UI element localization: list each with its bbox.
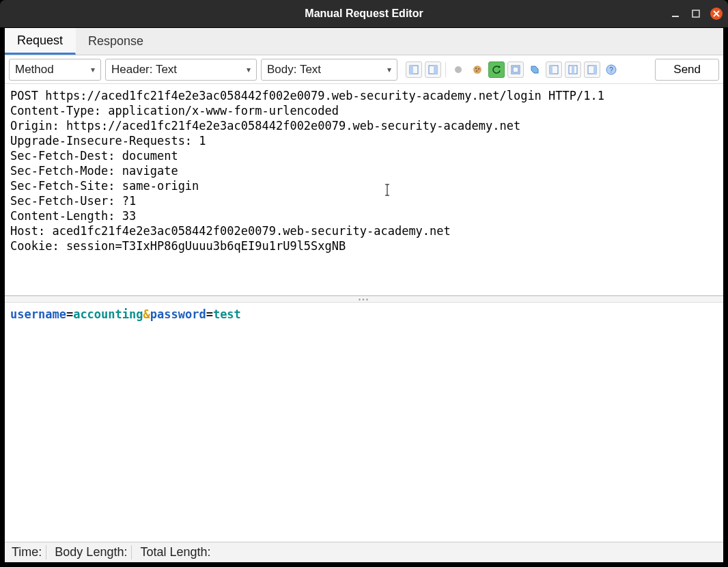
- frame-icon[interactable]: [507, 61, 524, 78]
- content-area: Request Response Method ▾ Header: Text ▾…: [4, 27, 724, 563]
- svg-rect-5: [410, 66, 413, 74]
- replay-icon[interactable]: [488, 61, 505, 78]
- chevron-down-icon: ▾: [91, 65, 95, 74]
- chevron-down-icon: ▾: [247, 65, 251, 74]
- body-view-label: Body: Text: [267, 63, 321, 77]
- help-icon[interactable]: ?: [603, 61, 619, 78]
- svg-point-8: [455, 66, 462, 73]
- panel-left-icon[interactable]: [546, 61, 562, 78]
- maximize-button[interactable]: [690, 8, 702, 20]
- svg-point-10: [475, 68, 477, 69]
- toolbar-icons: ?: [406, 61, 619, 78]
- grip-icon: •••: [359, 296, 370, 303]
- svg-point-12: [476, 70, 477, 72]
- status-bar: Time: Body Length: Total Length:: [5, 542, 723, 562]
- splitter-handle[interactable]: •••: [5, 296, 723, 303]
- status-time: Time:: [8, 545, 46, 559]
- window: Manual Request Editor Request Response M…: [0, 0, 728, 567]
- status-body-length: Body Length:: [51, 545, 132, 559]
- svg-rect-1: [692, 10, 699, 17]
- method-dropdown[interactable]: Method ▾: [9, 59, 101, 81]
- titlebar: Manual Request Editor: [0, 0, 728, 27]
- send-button[interactable]: Send: [655, 59, 719, 81]
- cookie-icon[interactable]: [469, 61, 486, 78]
- tab-response[interactable]: Response: [76, 28, 156, 55]
- close-button[interactable]: [710, 8, 723, 20]
- separator: [445, 62, 446, 77]
- minimize-button[interactable]: [669, 8, 682, 20]
- request-headers-editor[interactable]: POST https://aced1fc21f4e2e3ac058442f002…: [5, 84, 723, 296]
- svg-rect-16: [550, 66, 552, 74]
- panel-right-icon[interactable]: [584, 61, 600, 78]
- svg-rect-20: [593, 66, 596, 74]
- header-view-dropdown[interactable]: Header: Text ▾: [105, 59, 257, 81]
- svg-rect-18: [572, 66, 574, 74]
- method-dropdown-label: Method: [15, 63, 54, 77]
- tab-bar: Request Response: [5, 28, 723, 55]
- view-split-right-icon[interactable]: [425, 61, 441, 78]
- tab-request[interactable]: Request: [5, 28, 76, 55]
- svg-point-11: [478, 68, 479, 70]
- svg-rect-14: [513, 67, 518, 72]
- request-body-editor[interactable]: username=accounting&password=test: [5, 303, 723, 542]
- window-title: Manual Request Editor: [305, 8, 423, 20]
- record-off-icon[interactable]: [450, 61, 466, 78]
- panel-mid-icon[interactable]: [565, 61, 581, 78]
- svg-point-9: [473, 66, 481, 74]
- tag-icon[interactable]: [527, 61, 543, 78]
- header-view-label: Header: Text: [111, 63, 177, 77]
- svg-rect-7: [434, 66, 437, 74]
- body-view-dropdown[interactable]: Body: Text ▾: [261, 59, 397, 81]
- toolbar: Method ▾ Header: Text ▾ Body: Text ▾: [5, 55, 723, 84]
- status-total-length: Total Length:: [136, 545, 214, 559]
- svg-text:?: ?: [609, 66, 613, 74]
- window-controls: [669, 8, 723, 20]
- view-split-left-icon[interactable]: [406, 61, 422, 78]
- chevron-down-icon: ▾: [387, 65, 391, 74]
